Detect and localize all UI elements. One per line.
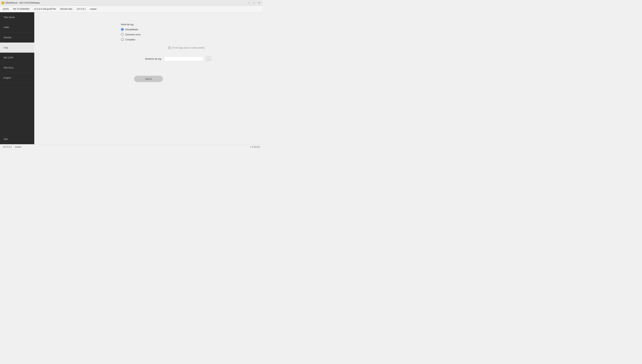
sidebar: Tela Inicial HSM Sessão Log MS CAPI PKCS… bbox=[0, 12, 34, 144]
sidebar-item-sessao[interactable]: Sessão bbox=[0, 32, 34, 42]
radio-option-desabilitado[interactable]: Desabilitado bbox=[121, 28, 141, 31]
radio-label-completo: Completo bbox=[125, 38, 135, 41]
log-level-radio-group: Desabilitado Somente erros Completo bbox=[121, 28, 141, 41]
main-layout: Tela Inicial HSM Sessão Log MS CAPI PKCS… bbox=[0, 12, 263, 144]
status-bottom-ip: 127.0.0.1 bbox=[3, 146, 12, 148]
sidebar-item-tela-inicial[interactable]: Tela Inicial bbox=[0, 12, 34, 22]
version-info: v 4.13.0.0 bbox=[250, 146, 260, 148]
sidebar-item-sair[interactable]: Sair bbox=[0, 134, 34, 144]
radio-label-somente-erros: Somente erros bbox=[125, 33, 141, 36]
window-title: DINAMOcon - KEY-STATION\Nadia bbox=[6, 2, 40, 4]
minimize-button[interactable]: — bbox=[247, 1, 251, 5]
close-button[interactable]: ✕ bbox=[257, 1, 261, 5]
status-branch: master bbox=[90, 8, 97, 10]
status-bar-top: (DXP) NS TCA0000000 v.5.3.0.0-100-gc4f37… bbox=[0, 6, 263, 12]
status-version: v.5.3.0.0-100-gc4f375b bbox=[34, 8, 56, 10]
sidebar-item-log[interactable]: Log bbox=[0, 42, 34, 53]
radio-desabilitado[interactable] bbox=[121, 28, 124, 31]
radio-option-somente-erros[interactable]: Somente erros bbox=[121, 33, 141, 36]
log-section: Nível de log: Desabilitado Somente erros… bbox=[45, 23, 252, 82]
radio-somente-erros[interactable] bbox=[121, 33, 124, 36]
checkbox-label: Envia logs para a saída padrão bbox=[172, 46, 205, 49]
status-bar-bottom: 127.0.0.1 master v 4.13.0.0 bbox=[0, 144, 263, 149]
title-bar-left: D DINAMOcon - KEY-STATION\Nadia bbox=[2, 2, 40, 4]
title-bar: D DINAMOcon - KEY-STATION\Nadia — □ ✕ bbox=[0, 0, 263, 6]
maximize-button[interactable]: □ bbox=[252, 1, 256, 5]
envia-logs-checkbox[interactable] bbox=[168, 46, 171, 49]
radio-completo[interactable] bbox=[121, 38, 124, 41]
window-controls: — □ ✕ bbox=[247, 1, 261, 5]
checkbox-section: Envia logs para a saída padrão bbox=[168, 46, 205, 49]
status-remote: Remote Não bbox=[60, 8, 72, 10]
status-ns: NS TCA0000000 bbox=[13, 8, 30, 10]
sidebar-item-hsm[interactable]: HSM bbox=[0, 22, 34, 32]
status-bottom-branch: master bbox=[15, 146, 22, 148]
status-bottom-left: 127.0.0.1 master bbox=[3, 146, 22, 148]
status-dxp: (DXP) bbox=[3, 8, 9, 10]
directory-input[interactable] bbox=[164, 56, 204, 61]
radio-option-completo[interactable]: Completo bbox=[121, 38, 141, 41]
directory-section: Diretório de log: ... bbox=[140, 56, 211, 61]
content-area: Nível de log: Desabilitado Somente erros… bbox=[34, 12, 263, 144]
status-ip: 127.0.0.1 bbox=[77, 8, 86, 10]
browse-button[interactable]: ... bbox=[206, 56, 211, 61]
sidebar-item-engine[interactable]: Engine bbox=[0, 73, 34, 83]
log-level-label: Nível de log: bbox=[121, 23, 134, 26]
sidebar-item-ms-capi[interactable]: MS CAPI bbox=[0, 53, 34, 63]
radio-label-desabilitado: Desabilitado bbox=[125, 28, 138, 31]
sidebar-item-pkcs11[interactable]: PKCS#11 bbox=[0, 63, 34, 73]
apply-button[interactable]: Aplicar bbox=[134, 76, 163, 82]
apply-section: Aplicar bbox=[134, 76, 163, 82]
app-icon: D bbox=[2, 2, 4, 4]
directory-label: Diretório de log: bbox=[140, 58, 162, 60]
